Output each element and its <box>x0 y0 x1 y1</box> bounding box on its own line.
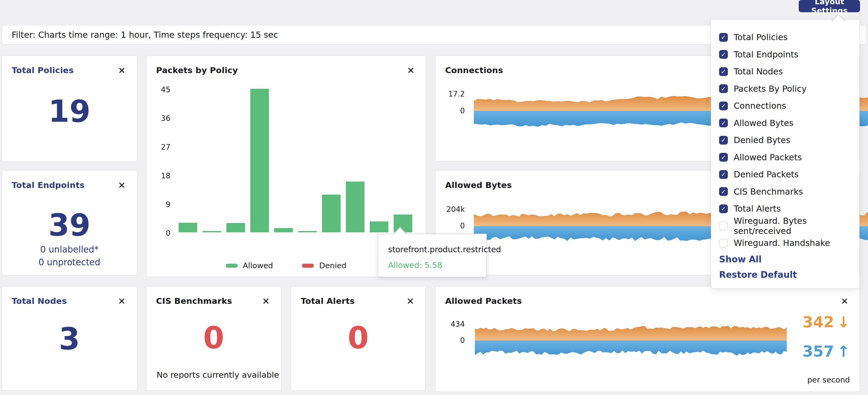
checked-checkbox-icon[interactable]: ✓ <box>719 50 728 59</box>
allowed-packets-ymax-label: 434 <box>441 320 465 329</box>
connections-ymax-label: 17.2 <box>441 90 465 98</box>
layout-menu-item-label: Total Nodes <box>734 66 783 77</box>
bar-allowed-policy-8[interactable] <box>346 181 365 232</box>
bar-allowed-policy-3[interactable] <box>226 223 245 232</box>
y-tick-label: 18 <box>152 171 170 180</box>
legend-label-denied: Denied <box>319 261 346 270</box>
layout-menu-item-label: Connections <box>734 101 786 111</box>
layout-menu-item-packets-by-policy[interactable]: ✓Packets By Policy <box>719 80 859 97</box>
layout-settings-menu: ✓Total Policies✓Total Endpoints✓Total No… <box>711 20 860 288</box>
y-tick-label: 0 <box>152 229 170 238</box>
layout-menu-item-label: CIS Benchmarks <box>734 187 803 197</box>
total-alerts-value: 0 <box>291 323 425 353</box>
layout-menu-item-cis-benchmarks[interactable]: ✓CIS Benchmarks <box>719 183 859 200</box>
card-title-packets-by-policy: Packets by Policy <box>156 65 238 75</box>
allowed-bytes-ymax-label: 204k <box>441 205 465 214</box>
checked-checkbox-icon[interactable]: ✓ <box>719 153 728 162</box>
checked-checkbox-icon[interactable]: ✓ <box>719 67 728 76</box>
cis-benchmarks-value: 0 <box>147 323 281 353</box>
allowed-packets-zero-label: 0 <box>441 336 465 345</box>
checked-checkbox-icon[interactable]: ✓ <box>719 187 728 196</box>
layout-menu-item-total-policies[interactable]: ✓Total Policies <box>719 29 859 46</box>
packets-received-value: 342 <box>802 315 834 330</box>
layout-settings-button[interactable]: Layout Settings <box>799 0 860 12</box>
total-policies-value: 19 <box>2 96 137 126</box>
y-tick-label: 9 <box>152 200 170 209</box>
restore-default-link[interactable]: Restore Default <box>719 267 859 283</box>
packets-received-stat: 342 ↓ <box>802 315 850 330</box>
card-title-cis-benchmarks: CIS Benchmarks <box>156 296 232 306</box>
arrow-up-icon: ↑ <box>837 344 850 359</box>
layout-menu-item-wireguard-bytes-sent-received[interactable]: Wireguard. Bytes sent/received <box>719 218 859 235</box>
unchecked-checkbox-icon[interactable] <box>719 221 728 230</box>
card-title-total-endpoints: Total Endpoints <box>12 180 85 190</box>
menu-caret-icon <box>832 15 845 22</box>
bar-allowed-policy-4[interactable] <box>250 89 269 232</box>
layout-menu-item-label: Packets By Policy <box>734 84 807 94</box>
connections-zero-label: 0 <box>441 106 465 115</box>
close-icon[interactable]: ✕ <box>118 181 126 190</box>
layout-menu-item-total-nodes[interactable]: ✓Total Nodes <box>719 63 859 80</box>
layout-menu-item-total-endpoints[interactable]: ✓Total Endpoints <box>719 46 859 63</box>
layout-menu-item-label: Total Policies <box>734 32 787 42</box>
checked-checkbox-icon[interactable]: ✓ <box>719 204 728 213</box>
layout-menu-item-label: Allowed Packets <box>734 152 802 162</box>
bar-allowed-policy-9[interactable] <box>370 221 389 232</box>
close-icon[interactable]: ✕ <box>118 297 126 306</box>
bar-allowed-policy-2[interactable] <box>203 231 221 232</box>
close-icon[interactable]: ✕ <box>262 297 270 306</box>
legend-label-allowed: Allowed <box>243 261 273 270</box>
checked-checkbox-icon[interactable]: ✓ <box>719 102 728 110</box>
close-icon[interactable]: ✕ <box>407 297 414 306</box>
per-second-label: per second <box>807 375 850 384</box>
legend-item-allowed: Allowed <box>226 261 273 270</box>
close-icon[interactable]: ✕ <box>407 66 415 75</box>
layout-menu-item-label: Denied Packets <box>734 169 799 179</box>
unchecked-checkbox-icon[interactable] <box>719 239 728 248</box>
allowed-packets-area-chart <box>475 317 787 364</box>
cis-benchmarks-note: No reports currently available <box>157 370 279 379</box>
card-total-policies: Total Policies ✕ 19 2 unused policies 0 … <box>2 55 137 162</box>
layout-menu-item-denied-packets[interactable]: ✓Denied Packets <box>719 166 859 183</box>
denied-swatch-icon <box>302 264 314 268</box>
total-nodes-value: 3 <box>2 324 137 354</box>
bar-allowed-policy-1[interactable] <box>179 223 197 232</box>
allowed-bytes-zero-label: 0 <box>441 221 465 230</box>
y-tick-label: 27 <box>152 143 170 152</box>
layout-menu-item-wireguard-handshake[interactable]: Wireguard. Handshake <box>719 234 859 252</box>
layout-menu-item-total-alerts[interactable]: ✓Total Alerts <box>719 200 859 218</box>
tooltip-allowed-value: Allowed: 5.58 <box>388 260 486 270</box>
card-title-allowed-bytes: Allowed Bytes <box>445 180 512 190</box>
checked-checkbox-icon[interactable]: ✓ <box>719 136 728 145</box>
y-tick-label: 45 <box>152 85 170 94</box>
chart-tooltip: storefront.product.restricted Allowed: 5… <box>378 234 487 277</box>
close-icon[interactable]: ✕ <box>841 297 848 306</box>
layout-menu-item-label: Total Endpoints <box>734 50 799 60</box>
show-all-link[interactable]: Show All <box>719 252 859 267</box>
close-icon[interactable]: ✕ <box>118 66 126 75</box>
bar-allowed-policy-6[interactable] <box>298 231 317 232</box>
layout-menu-item-label: Allowed Bytes <box>734 118 794 128</box>
bar-allowed-policy-5[interactable] <box>274 228 293 232</box>
card-total-nodes: Total Nodes ✕ 3 <box>2 286 137 391</box>
checked-checkbox-icon[interactable]: ✓ <box>719 33 728 42</box>
checked-checkbox-icon[interactable]: ✓ <box>719 170 728 179</box>
bar-allowed-policy-7[interactable] <box>322 195 341 232</box>
layout-menu-item-allowed-packets[interactable]: ✓Allowed Packets <box>719 149 859 166</box>
layout-menu-item-denied-bytes[interactable]: ✓Denied Bytes <box>719 132 859 149</box>
card-total-endpoints: Total Endpoints ✕ 39 0 unlabelled* 0 unp… <box>2 170 137 275</box>
checked-checkbox-icon[interactable]: ✓ <box>719 84 728 93</box>
filter-text: Filter: Charts time range: 1 hour, Time … <box>12 30 278 40</box>
layout-menu-item-label: Total Alerts <box>734 204 781 214</box>
card-allowed-packets: Allowed Packets ✕ 434 0 342 ↓ 357 ↑ per … <box>435 286 860 392</box>
card-cis-benchmarks: CIS Benchmarks ✕ 0 No reports currently … <box>146 286 281 391</box>
packets-sent-value: 357 <box>802 344 834 359</box>
arrow-down-icon: ↓ <box>837 315 850 330</box>
checked-checkbox-icon[interactable]: ✓ <box>719 118 728 127</box>
total-endpoints-value: 39 <box>2 210 137 240</box>
card-title-total-alerts: Total Alerts <box>301 296 354 306</box>
tooltip-policy-name: storefront.product.restricted <box>388 245 486 254</box>
layout-menu-item-connections[interactable]: ✓Connections <box>719 97 859 115</box>
legend-item-denied: Denied <box>302 261 346 270</box>
layout-menu-item-allowed-bytes[interactable]: ✓Allowed Bytes <box>719 115 859 132</box>
